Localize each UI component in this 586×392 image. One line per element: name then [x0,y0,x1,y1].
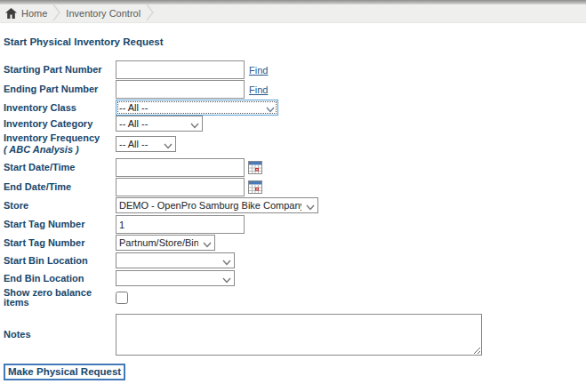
end-datetime-label: End Date/Time [4,182,116,192]
end-bin-location-select[interactable] [116,270,235,286]
breadcrumb-home[interactable]: Home [5,8,47,19]
show-zero-balance-label: Show zero balance items [4,288,116,308]
start-bin-location-label: Start Bin Location [4,256,116,266]
row-start-tag-sort: Start Tag Number Partnum/Store/Bin [4,235,586,251]
starting-part-number-input[interactable] [116,60,245,79]
row-end-datetime: End Date/Time [4,178,586,196]
starting-part-number-find-link[interactable]: Find [249,65,268,76]
row-start-tag-number: Start Tag Number [4,215,586,234]
row-show-zero-balance: Show zero balance items [4,288,586,308]
breadcrumb-section-label: Inventory Control [66,8,140,19]
inventory-category-select[interactable]: -- All -- [116,116,203,132]
start-tag-number-input[interactable] [116,215,245,234]
starting-part-number-label: Starting Part Number [4,65,116,75]
breadcrumb: Home Inventory Control [0,4,586,23]
row-inventory-category: Inventory Category -- All -- [4,116,586,132]
inventory-frequency-label-text: Inventory Frequency [4,132,100,143]
inventory-class-select[interactable]: -- All -- [116,100,278,116]
abc-analysis-sublabel: ( ABC Analysis ) [4,145,116,155]
store-select[interactable]: DEMO - OpenPro Samburg Bike Company [116,197,318,213]
ending-part-number-find-link[interactable]: Find [249,84,268,95]
breadcrumb-inventory-control[interactable]: Inventory Control [66,8,140,19]
store-label: Store [4,201,116,211]
main-content: Start Physical Inventory Request Startin… [0,23,586,380]
start-tag-number-label: Start Tag Number [4,220,116,229]
calendar-icon[interactable] [248,161,262,174]
start-datetime-label: Start Date/Time [4,163,116,172]
row-starting-part-number: Starting Part Number Find [4,60,586,79]
ending-part-number-input[interactable] [116,80,245,99]
home-icon [5,8,17,19]
row-inventory-frequency: Inventory Frequency ( ABC Analysis ) -- … [4,133,586,155]
notes-textarea[interactable] [116,314,482,356]
breadcrumb-home-label: Home [21,8,47,19]
row-notes: Notes [4,314,586,356]
row-ending-part-number: Ending Part Number Find [4,80,586,99]
show-zero-balance-checkbox[interactable] [116,292,128,304]
inventory-category-label: Inventory Category [4,119,116,129]
start-tag-sort-select[interactable]: Partnum/Store/Bin [116,235,215,251]
row-start-bin-location: Start Bin Location [4,252,586,268]
inventory-frequency-label: Inventory Frequency ( ABC Analysis ) [4,133,116,155]
start-tag-sort-label: Start Tag Number [4,238,116,248]
inventory-frequency-select[interactable]: -- All -- [116,136,176,152]
row-inventory-class: Inventory Class -- All -- [4,100,586,116]
calendar-icon[interactable] [248,180,262,194]
page-title: Start Physical Inventory Request [4,36,586,47]
end-datetime-input[interactable] [116,178,245,196]
notes-label: Notes [4,330,116,340]
row-start-datetime: Start Date/Time [4,158,586,177]
inventory-class-label: Inventory Class [4,103,116,113]
start-bin-location-select[interactable] [116,252,235,268]
start-datetime-input[interactable] [116,158,245,177]
chevron-right-icon [52,4,60,23]
make-physical-request-button[interactable]: Make Physical Request [4,364,125,380]
row-store: Store DEMO - OpenPro Samburg Bike Compan… [4,197,586,213]
ending-part-number-label: Ending Part Number [4,84,116,94]
row-end-bin-location: End Bin Location [4,270,586,286]
end-bin-location-label: End Bin Location [4,274,116,284]
chevron-right-icon [146,4,154,23]
